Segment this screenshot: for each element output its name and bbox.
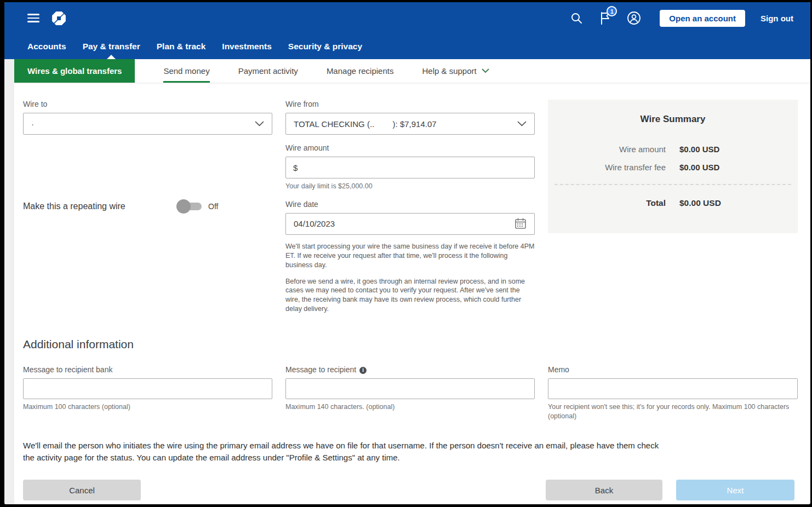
column-wire-details: Wire from TOTAL CHECKING (.. ): $7,914.0…	[285, 100, 535, 314]
summary-transfer-fee-label: Wire transfer fee	[548, 163, 666, 172]
dollar-prefix: $	[293, 163, 298, 172]
wire-to-value: ·	[31, 119, 34, 129]
nav-item-plan-track[interactable]: Plan & track	[157, 34, 206, 59]
wire-form-content: Wire to · Make this a repeating wire Off	[4, 83, 810, 500]
cancel-button[interactable]: Cancel	[23, 480, 141, 500]
memo-label: Memo	[548, 365, 798, 374]
field-message-to-recipient-bank: Message to recipient bank Maximum 100 ch…	[23, 365, 272, 412]
memo-helper: Your recipient won't see this; it's for …	[548, 402, 798, 421]
search-icon[interactable]	[570, 11, 583, 25]
open-account-button[interactable]: Open an account	[660, 10, 745, 27]
wire-from-select[interactable]: TOTAL CHECKING (.. ): $7,914.07	[285, 113, 535, 135]
back-button[interactable]: Back	[546, 480, 662, 500]
message-to-recipient-bank-helper: Maximum 100 characters (optional)	[23, 402, 272, 412]
wire-to-label: Wire to	[23, 100, 272, 108]
tab-send-money-label: Send money	[163, 66, 209, 76]
repeating-wire-state: Off	[208, 202, 218, 211]
nav-item-accounts[interactable]: Accounts	[27, 34, 66, 59]
wire-summary-title: Wire Summary	[548, 114, 798, 125]
wire-summary-panel: Wire Summary Wire amount $0.00 USD Wire …	[548, 100, 798, 233]
summary-total-value: $0.00 USD	[679, 198, 798, 208]
summary-wire-amount-label: Wire amount	[548, 145, 666, 154]
chevron-down-icon	[482, 68, 489, 73]
sign-out-button[interactable]: Sign out	[760, 14, 793, 23]
tab-manage-recipients[interactable]: Manage recipients	[327, 59, 394, 83]
wire-amount-label: Wire amount	[285, 143, 535, 152]
message-to-recipient-bank-input[interactable]	[23, 378, 272, 399]
summary-dashed-divider	[554, 184, 791, 185]
field-message-to-recipient: Message to recipienti Maximum 140 charac…	[285, 365, 535, 412]
wire-date-notes: We'll start processing your wire the sam…	[285, 242, 535, 314]
nav-item-investments[interactable]: Investments	[222, 34, 271, 59]
form-actions: Cancel Back Next	[23, 480, 794, 500]
wire-date-value: 04/10/2023	[294, 219, 335, 228]
subnav-tab-bar: Wires & global transfers Send money Paym…	[14, 59, 810, 83]
summary-row-wire-amount: Wire amount $0.00 USD	[548, 145, 798, 154]
summary-row-total: Total $0.00 USD	[548, 198, 798, 208]
tab-payment-activity[interactable]: Payment activity	[238, 59, 298, 83]
tab-manage-recipients-label: Manage recipients	[327, 66, 394, 76]
repeating-wire-row: Make this a repeating wire Off	[23, 199, 272, 214]
additional-information-heading: Additional information	[23, 338, 794, 351]
nav-item-pay-transfer[interactable]: Pay & transfer	[83, 34, 140, 59]
repeating-wire-toggle[interactable]	[176, 199, 202, 214]
wire-amount-field: $	[285, 157, 535, 178]
chevron-down-icon	[255, 121, 264, 126]
profile-icon[interactable]	[627, 11, 641, 25]
chase-logo-icon[interactable]	[52, 11, 66, 26]
summary-transfer-fee-value: $0.00 USD	[679, 163, 798, 172]
chase-wire-transfer-page: 1 Open an account Sign out Accounts Pay …	[4, 2, 810, 504]
summary-total-label: Total	[548, 198, 666, 208]
chevron-down-icon	[517, 121, 527, 126]
wire-to-select[interactable]: ·	[23, 113, 272, 135]
wire-date-field[interactable]: 04/10/2023	[285, 213, 535, 235]
notification-count-badge: 1	[607, 6, 617, 16]
memo-input[interactable]	[548, 378, 798, 399]
review-note: Before we send a wire, it goes through a…	[285, 277, 535, 314]
tab-payment-activity-label: Payment activity	[238, 66, 298, 76]
processing-note: We'll start processing your wire the sam…	[285, 242, 535, 270]
summary-wire-amount-value: $0.00 USD	[679, 145, 798, 154]
section-wires-global-transfers[interactable]: Wires & global transfers	[14, 59, 135, 83]
wire-from-label: Wire from	[285, 100, 535, 108]
summary-row-transfer-fee: Wire transfer fee $0.00 USD	[548, 163, 798, 172]
daily-limit-helper: Your daily limit is $25,000.00	[285, 182, 535, 191]
primary-nav: Accounts Pay & transfer Plan & track Inv…	[4, 34, 810, 59]
wire-amount-input[interactable]	[301, 157, 527, 178]
message-to-recipient-helper: Maximum 140 characters. (optional)	[285, 402, 535, 412]
message-to-recipient-bank-label: Message to recipient bank	[23, 365, 272, 374]
message-to-recipient-label: Message to recipienti	[285, 365, 535, 374]
calendar-icon[interactable]	[514, 217, 527, 230]
notifications-flag-icon[interactable]: 1	[598, 11, 611, 25]
message-to-recipient-input[interactable]	[285, 378, 535, 399]
repeating-wire-label: Make this a repeating wire	[23, 201, 176, 211]
info-icon[interactable]: i	[359, 367, 367, 374]
left-gutter	[4, 59, 14, 504]
nav-item-security-privacy[interactable]: Security & privacy	[288, 34, 362, 59]
wire-from-value: TOTAL CHECKING (.. ): $7,914.07	[294, 119, 437, 129]
tab-send-money[interactable]: Send money	[163, 59, 209, 83]
top-utility-bar: 1 Open an account Sign out	[4, 2, 810, 34]
next-button[interactable]: Next	[676, 480, 794, 500]
wire-date-label: Wire date	[285, 200, 535, 209]
column-wire-to: Wire to · Make this a repeating wire Off	[23, 100, 272, 214]
email-notice: We'll email the person who initiates the…	[23, 440, 670, 464]
tab-help-support-label: Help & support	[422, 66, 476, 76]
field-memo: Memo Your recipient won't see this; it's…	[548, 365, 798, 421]
tab-help-support[interactable]: Help & support	[422, 59, 489, 83]
hamburger-menu-icon[interactable]	[27, 11, 39, 25]
